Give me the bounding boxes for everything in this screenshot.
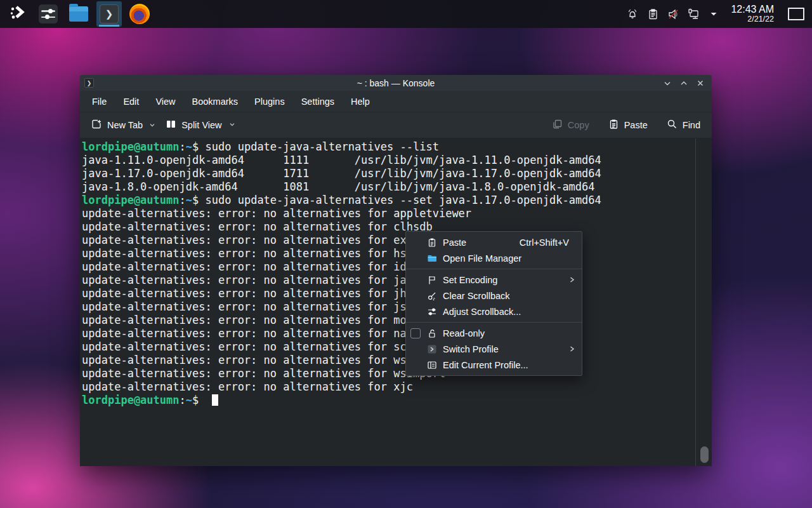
menu-item-clear-scrollback[interactable]: Clear Scrollback: [406, 288, 582, 304]
terminal-output: lordpipe@autumn:~$ sudo update-java-alte…: [82, 140, 693, 407]
menu-separator: [406, 269, 582, 269]
chevron-down-icon: [228, 120, 236, 130]
audio-tray-button[interactable]: [665, 6, 681, 22]
find-button[interactable]: Find: [662, 115, 705, 135]
terminal-output-line: update-alternatives: error: no alternati…: [82, 207, 693, 220]
search-icon: [667, 119, 678, 131]
menu-item-edit-current-profile[interactable]: Edit Current Profile...: [406, 357, 582, 373]
menu-item-set-encoding[interactable]: Set Encoding: [406, 272, 582, 288]
new-tab-button[interactable]: New Tab: [86, 115, 160, 135]
close-button[interactable]: [695, 78, 705, 88]
terminal-output-line: java-1.8.0-openjdk-amd64 1081 /usr/lib/j…: [82, 180, 693, 194]
taskbar-firefox[interactable]: [127, 1, 152, 27]
menu-item-label: Adjust Scrollback...: [443, 307, 577, 317]
show-desktop-button[interactable]: [788, 8, 804, 20]
scrollbar-thumb[interactable]: [700, 446, 709, 463]
terminal-output-line: update-alternatives: error: no alternati…: [82, 220, 693, 234]
menu-bookmarks[interactable]: Bookmarks: [184, 93, 247, 110]
clipboard-icon: [647, 8, 659, 20]
menu-edit[interactable]: Edit: [115, 93, 147, 110]
split-view-icon: [166, 119, 176, 131]
terminal-view[interactable]: lordpipe@autumn:~$ sudo update-java-alte…: [80, 138, 712, 466]
copy-icon: [552, 119, 563, 131]
menu-item-open-file-manager[interactable]: Open File Manager: [406, 250, 582, 266]
terminal-output-line: update-alternatives: error: no alternati…: [82, 367, 693, 380]
tray-expander-button[interactable]: [705, 6, 722, 22]
speaker-muted-icon: [667, 8, 680, 21]
terminal-prompt-line: lordpipe@autumn:~$ sudo update-java-alte…: [82, 194, 693, 207]
folder-icon: [427, 253, 437, 264]
menu-item-read-only[interactable]: Read-only: [406, 325, 582, 341]
menu-plugins[interactable]: Plugins: [246, 93, 293, 110]
clock-date: 2/21/22: [731, 15, 774, 24]
paste-label: Paste: [624, 120, 648, 130]
paste-button[interactable]: Paste: [603, 115, 653, 135]
menu-item-label: Edit Current Profile...: [443, 360, 577, 370]
maximize-button[interactable]: [679, 78, 689, 88]
menu-item-label: Set Encoding: [443, 275, 568, 285]
clipboard-icon: [427, 237, 437, 248]
menu-item-label: Switch Profile: [443, 344, 568, 354]
checkbox-unchecked: [410, 328, 421, 338]
menu-item-shortcut: Ctrl+Shift+V: [520, 237, 569, 248]
terminal-output-line: update-alternatives: error: no alternati…: [82, 340, 693, 354]
taskbar-system-settings[interactable]: [36, 1, 61, 27]
window-title: ~ : bash — Konsole: [80, 78, 712, 88]
profile-form-icon: [427, 360, 437, 370]
prompt-user-host: lordpipe@autumn: [82, 194, 180, 206]
terminal-prompt-line: lordpipe@autumn:~$ sudo update-java-alte…: [82, 140, 693, 154]
copy-button: Copy: [547, 115, 594, 135]
clipboard-tray-button[interactable]: [645, 6, 661, 22]
window-konsole-icon: ❯: [84, 78, 94, 88]
menu-item-paste[interactable]: PasteCtrl+Shift+V: [406, 234, 582, 250]
scrollbar[interactable]: [695, 138, 712, 466]
menu-item-switch-profile[interactable]: Switch Profile: [406, 341, 582, 357]
split-view-button[interactable]: Split View: [160, 115, 240, 135]
notifications-tray-button[interactable]: [624, 6, 641, 22]
taskbar-file-manager[interactable]: [66, 1, 91, 27]
menu-bar: FileEditViewBookmarksPluginsSettingsHelp: [80, 91, 712, 112]
taskbar-konsole[interactable]: ❯: [96, 1, 122, 27]
lock-icon: [427, 328, 437, 338]
flag-icon: [427, 275, 437, 285]
toolbar: New Tab Split View: [80, 112, 712, 138]
menu-item-adjust-scrollback[interactable]: Adjust Scrollback...: [406, 304, 582, 319]
app-launcher-button[interactable]: [5, 1, 30, 27]
clipboard-icon: [608, 119, 619, 131]
titlebar[interactable]: ❯ ~ : bash — Konsole: [80, 75, 712, 91]
prompt-directory: ~: [186, 140, 192, 153]
display-tray-button[interactable]: [685, 6, 702, 22]
prompt-command: $: [192, 394, 205, 406]
firefox-icon: [129, 4, 150, 24]
clock-time: 12:43 AM: [731, 4, 774, 15]
digital-clock[interactable]: 12:43 AM 2/21/22: [726, 4, 779, 23]
menu-file[interactable]: File: [84, 93, 115, 110]
prompt-command: $ sudo update-java-alternatives --list: [192, 140, 439, 153]
menu-view[interactable]: View: [147, 93, 183, 110]
minimize-button[interactable]: [662, 78, 672, 88]
terminal-cursor: [212, 394, 218, 406]
konsole-window: ❯ ~ : bash — Konsole FileEditViewBookmar…: [80, 75, 712, 466]
terminal-output-line: update-alternatives: error: no alternati…: [82, 234, 693, 247]
read-only-checkbox[interactable]: [410, 328, 427, 338]
app-launcher-icon: [9, 4, 27, 24]
menu-help[interactable]: Help: [343, 93, 378, 110]
terminal-prompt-line: lordpipe@autumn:~$: [82, 394, 693, 407]
prompt-user-host: lordpipe@autumn: [82, 394, 180, 406]
menu-settings[interactable]: Settings: [293, 93, 343, 110]
terminal-output-line: update-alternatives: error: no alternati…: [82, 247, 693, 260]
split-view-label: Split View: [181, 120, 221, 130]
chevron-down-icon: [149, 120, 155, 130]
chevron-right-icon: [568, 344, 575, 354]
new-tab-icon: [91, 119, 102, 131]
menu-item-label: Open File Manager: [443, 253, 577, 264]
terminal-output-line: update-alternatives: error: no alternati…: [82, 380, 693, 394]
terminal-output-line: update-alternatives: error: no alternati…: [82, 287, 693, 300]
terminal-output-line: update-alternatives: error: no alternati…: [82, 314, 693, 327]
menu-separator: [406, 322, 582, 323]
terminal-output-line: update-alternatives: error: no alternati…: [82, 327, 693, 340]
prompt-user-host: lordpipe@autumn: [82, 140, 180, 153]
file-manager-icon: [69, 6, 88, 22]
system-settings-icon: [39, 4, 58, 23]
prompt-colon: :: [180, 140, 186, 153]
